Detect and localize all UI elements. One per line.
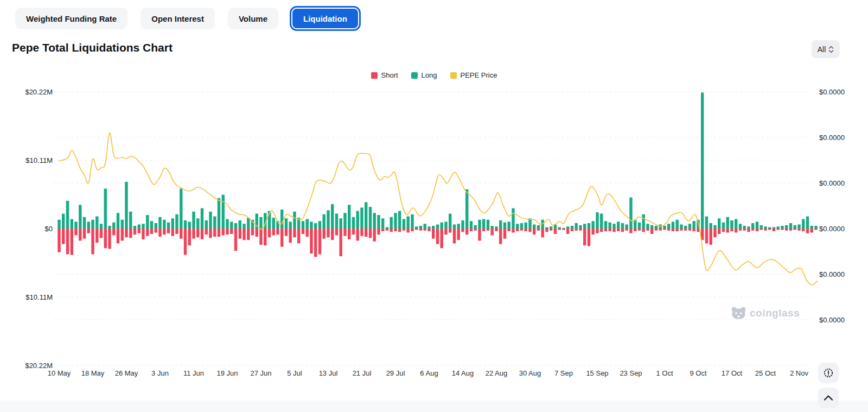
left-axis-labels: $20.22M$10.11M$0$10.11M$20.22M <box>25 88 53 370</box>
right-axis-label: $0.0000 <box>819 179 845 187</box>
right-axis-label: $0.0000 <box>819 134 845 142</box>
right-axis-label: $0.0000 <box>819 316 845 324</box>
right-axis-label: $0.0000 <box>819 225 845 233</box>
x-axis-labels: 10 May18 May26 May3 Jun11 Jun19 Jun27 Ju… <box>48 369 809 377</box>
x-axis-label: 6 Aug <box>420 369 438 377</box>
x-axis-label: 18 May <box>81 369 105 377</box>
x-axis-label: 19 Jun <box>216 369 238 377</box>
left-axis-label: $10.11M <box>25 293 53 301</box>
x-axis-label: 13 Jul <box>319 369 338 377</box>
badge-alert-icon <box>823 367 834 378</box>
left-axis-label: $10.11M <box>25 156 53 164</box>
x-axis-label: 10 May <box>48 369 71 377</box>
x-axis-label: 29 Jul <box>386 369 405 377</box>
right-axis-labels: $0.0000$0.0000$0.0000$0.0000$0.0000$0.00… <box>819 88 845 324</box>
x-axis-label: 23 Sep <box>620 369 642 377</box>
x-axis-label: 11 Jun <box>183 369 204 377</box>
x-axis-label: 26 May <box>115 369 138 377</box>
x-axis-label: 3 Jun <box>151 369 169 377</box>
chevron-up-icon <box>824 395 833 401</box>
collapse-button[interactable] <box>818 388 839 408</box>
left-axis-label: $0 <box>45 225 53 233</box>
x-axis-label: 5 Jul <box>287 369 302 377</box>
x-axis-label: 2 Nov <box>790 369 808 377</box>
liquidation-page: Weighted Funding Rate Open Interest Volu… <box>0 0 868 412</box>
x-axis-label: 17 Oct <box>722 369 743 377</box>
x-axis-label: 9 Oct <box>690 369 706 377</box>
x-axis-label: 30 Aug <box>519 369 541 377</box>
x-axis-label: 27 Jun <box>250 369 271 377</box>
long-liquidation-bars <box>58 93 817 229</box>
x-axis-label: 21 Jul <box>353 369 372 377</box>
x-axis-label: 14 Aug <box>452 369 474 377</box>
x-axis-label: 15 Sep <box>586 369 608 377</box>
right-axis-label: $0.0000 <box>819 88 845 96</box>
x-axis-label: 25 Oct <box>755 369 776 377</box>
x-axis-label: 1 Oct <box>656 369 673 377</box>
right-axis-label: $0.0000 <box>819 270 845 278</box>
page-footer-strip <box>0 401 868 412</box>
alert-badge-button[interactable] <box>818 363 839 383</box>
x-axis-label: 7 Sep <box>554 369 573 377</box>
liquidation-chart-canvas[interactable]: $20.22M$10.11M$0$10.11M$20.22M$0.0000$0.… <box>0 0 868 412</box>
x-axis-label: 22 Aug <box>486 369 508 377</box>
left-axis-label: $20.22M <box>25 88 53 96</box>
left-axis-label: $20.22M <box>25 362 53 370</box>
